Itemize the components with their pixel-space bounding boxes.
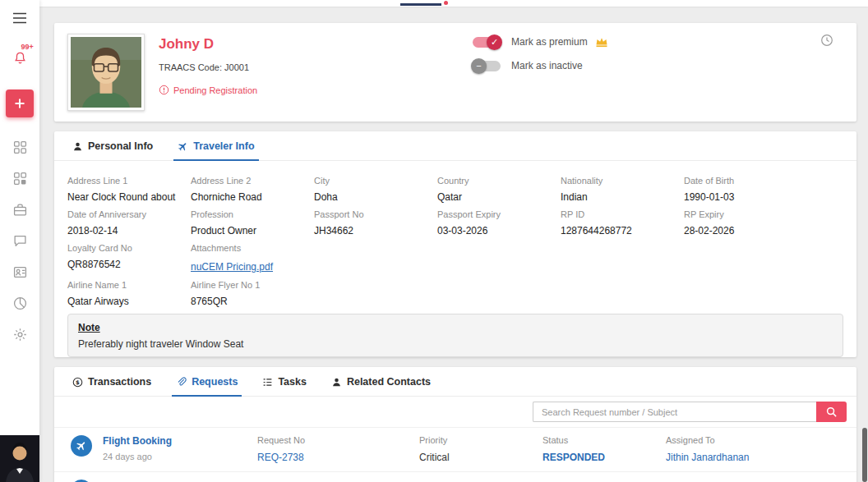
- sidebar-nav: [13, 140, 27, 342]
- priority-cell: PriorityCritical: [419, 435, 542, 463]
- tab-label: Traveler Info: [193, 140, 254, 152]
- sidebar: 99+: [0, 0, 39, 482]
- tab-label: Related Contacts: [347, 376, 431, 388]
- tab-tasks[interactable]: Tasks: [250, 367, 319, 396]
- notifications-bell-icon[interactable]: 99+: [13, 51, 27, 65]
- top-bar: [39, 0, 868, 7]
- field-value: 03-03-2026: [437, 225, 561, 236]
- apps-icon[interactable]: [13, 172, 27, 186]
- notification-badge: 99+: [21, 44, 34, 51]
- assigned-cell: Assigned ToJithin Janardhanan: [666, 435, 843, 463]
- dashboard-icon[interactable]: [13, 140, 27, 154]
- field-label: Airline Flyer No 1: [191, 280, 314, 290]
- paperclip-icon: [176, 377, 187, 388]
- col-label-request-no: Request No: [257, 435, 419, 445]
- request-title-link[interactable]: Flight Booking: [103, 435, 172, 447]
- search-input[interactable]: [533, 402, 816, 422]
- field-label: Passport No: [314, 209, 437, 219]
- scrollbar-thumb[interactable]: [862, 428, 867, 482]
- status-cell: StatusRESPONDED: [542, 435, 666, 463]
- tasks-icon: [262, 377, 273, 388]
- request-no-link[interactable]: REQ-2738: [257, 452, 419, 463]
- field-value: 1990-01-03: [684, 191, 807, 203]
- field-label: Attachments: [191, 243, 314, 253]
- plane-icon: [178, 141, 188, 152]
- gear-icon[interactable]: [13, 328, 27, 342]
- inactive-toggle[interactable]: −: [473, 61, 501, 71]
- profile-summary: Johny D TRAACS Code: J0001 Pending Regis…: [159, 34, 257, 111]
- attachment-link[interactable]: nuCEM Pricing.pdf: [191, 261, 273, 273]
- tab-traveler-info[interactable]: Traveler Info: [165, 131, 266, 160]
- main: Johny D TRAACS Code: J0001 Pending Regis…: [39, 0, 868, 482]
- request-row-partial: [54, 471, 856, 482]
- field-value: QR8876542: [67, 259, 191, 270]
- tab-label: Requests: [192, 376, 238, 388]
- field-row: Address Line 1Near Clock Round aboutAddr…: [67, 176, 843, 203]
- profile-card: Johny D TRAACS Code: J0001 Pending Regis…: [54, 23, 856, 122]
- person-icon: [331, 377, 342, 388]
- activity-tabbar: $TransactionsRequestsTasksRelated Contac…: [54, 367, 856, 397]
- premium-toggle[interactable]: ✓: [473, 37, 501, 48]
- searchbox: [533, 402, 847, 422]
- field-loyalty-card-no: Loyalty Card NoQR8876542: [67, 243, 191, 273]
- field-passport-no: Passport NoJH34662: [314, 209, 437, 236]
- tab-transactions[interactable]: $Transactions: [60, 367, 164, 396]
- field-label: Profession: [191, 209, 314, 219]
- field-value: Indian: [561, 191, 684, 203]
- request-row: Flight Booking24 days agoRequest NoREQ-2…: [54, 427, 856, 471]
- field-value: Doha: [314, 191, 437, 203]
- field-value: Qatar Airways: [67, 296, 191, 307]
- field-nationality: NationalityIndian: [561, 176, 684, 203]
- briefcase-icon[interactable]: [13, 203, 27, 217]
- field-row: Date of Anniversary2018-02-14ProfessionP…: [67, 209, 843, 236]
- request-title-block: Flight Booking24 days ago: [103, 435, 172, 463]
- info-card: Personal InfoTraveler Info Address Line …: [54, 131, 856, 357]
- field-passport-expiry: Passport Expiry03-03-2026: [437, 209, 561, 236]
- menu-icon[interactable]: [12, 12, 27, 24]
- history-clock-icon[interactable]: [820, 34, 833, 47]
- pending-registration: Pending Registration: [159, 85, 257, 95]
- search-button[interactable]: [816, 402, 847, 422]
- premium-toggle-row: ✓ Mark as premium: [473, 34, 608, 50]
- crown-icon: [595, 35, 608, 48]
- field-label: Passport Expiry: [437, 209, 561, 219]
- add-new-button[interactable]: [6, 90, 34, 117]
- field-label: RP Expiry: [684, 209, 807, 219]
- field-country: CountryQatar: [437, 176, 561, 203]
- field-value: JH34662: [314, 225, 437, 236]
- user-avatar[interactable]: [0, 435, 39, 482]
- field-city: CityDoha: [314, 176, 437, 203]
- tab-personal-info[interactable]: Personal Info: [60, 131, 165, 160]
- tab-label: Transactions: [88, 376, 151, 388]
- request-age: 24 days ago: [103, 452, 172, 461]
- field-value: Near Clock Round about: [67, 191, 191, 203]
- person-icon: [72, 141, 83, 152]
- col-label-assigned-to: Assigned To: [666, 435, 843, 445]
- inactive-toggle-label: Mark as inactive: [511, 60, 583, 71]
- field-label: City: [314, 176, 437, 186]
- field-value: 28-02-2026: [684, 225, 807, 236]
- traveler-fields: Address Line 1Near Clock Round aboutAddr…: [54, 161, 856, 307]
- contact-card-icon[interactable]: [13, 265, 27, 279]
- col-label-priority: Priority: [419, 435, 542, 445]
- premium-toggle-label: Mark as premium: [511, 36, 588, 48]
- field-address-line-1: Address Line 1Near Clock Round about: [67, 176, 191, 203]
- field-attachments: AttachmentsnuCEM Pricing.pdf: [191, 243, 314, 273]
- traacs-code: TRAACS Code: J0001: [159, 62, 257, 72]
- assigned-to-link[interactable]: Jithin Janardhanan: [666, 452, 843, 463]
- app: 99+ Johny D TRAACS Code: J0001: [0, 0, 868, 482]
- tab-requests[interactable]: Requests: [164, 367, 250, 396]
- field-value: 2018-02-14: [67, 225, 191, 236]
- pie-chart-icon[interactable]: [13, 296, 27, 310]
- request-list: Flight Booking24 days agoRequest NoREQ-2…: [54, 427, 856, 482]
- contact-name: Johny D: [159, 36, 257, 53]
- alert-icon: [159, 85, 169, 95]
- inactive-toggle-row: − Mark as inactive: [473, 57, 608, 74]
- field-date-of-anniversary: Date of Anniversary2018-02-14: [67, 209, 191, 236]
- chat-icon[interactable]: [13, 234, 27, 248]
- tab-related-contacts[interactable]: Related Contacts: [319, 367, 443, 396]
- plus-icon: [13, 97, 26, 110]
- top-tab-indicator: [400, 3, 441, 6]
- minus-icon: −: [471, 58, 487, 74]
- info-tabbar: Personal InfoTraveler Info: [54, 131, 856, 161]
